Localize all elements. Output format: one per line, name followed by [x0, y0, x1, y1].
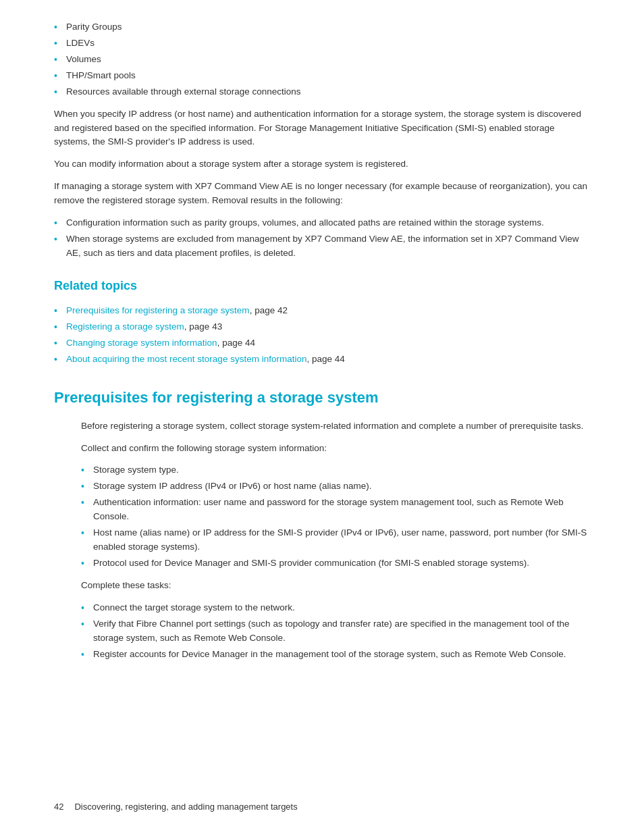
related-topics-heading: Related topics [54, 277, 590, 296]
list-item: Configuration information such as parity… [54, 216, 590, 230]
prereq-content: Before registering a storage system, col… [54, 419, 590, 456]
collect-item-2: Storage system IP address (IPv4 or IPv6)… [81, 479, 590, 494]
removal-bullet-list: Configuration information such as parity… [54, 216, 590, 261]
page-footer: 42 Discovering, registering, and adding … [54, 800, 590, 814]
list-item: Parity Groups [54, 20, 590, 34]
complete-tasks-label: Complete these tasks: [81, 579, 590, 593]
list-item: THP/Smart pools [54, 69, 590, 83]
related-link-item-2: Registering a storage system, page 43 [54, 320, 590, 334]
paragraph-3: If managing a storage system with XP7 Co… [54, 180, 590, 208]
related-link-item-4: About acquiring the most recent storage … [54, 353, 590, 367]
related-link-page-3: page 44 [222, 338, 255, 348]
top-bullet-list: Parity Groups LDEVs Volumes THP/Smart po… [54, 20, 590, 99]
list-item: Resources available through external sto… [54, 85, 590, 99]
page: Parity Groups LDEVs Volumes THP/Smart po… [0, 0, 644, 834]
related-link-page-2: page 43 [189, 321, 222, 332]
task-item-2: Verify that Fibre Channel port settings … [81, 617, 590, 646]
list-item: When storage systems are excluded from m… [54, 232, 590, 261]
complete-tasks-section: Complete these tasks: [54, 579, 590, 593]
related-link-page-1: page 42 [254, 305, 288, 315]
related-topics-list: Prerequisites for registering a storage … [54, 304, 590, 367]
collect-item-4: Host name (alias name) or IP address for… [81, 526, 590, 554]
prereq-para-2: Collect and confirm the following storag… [81, 442, 590, 456]
task-item-3: Register accounts for Device Manager in … [81, 648, 590, 662]
list-item: Volumes [54, 53, 590, 67]
related-link-page-4: page 44 [312, 354, 345, 364]
related-link-4[interactable]: About acquiring the most recent storage … [66, 354, 306, 364]
task-item-1: Connect the target storage system to the… [81, 601, 590, 615]
footer-page-number: 42 [54, 800, 63, 814]
collect-item-5: Protocol used for Device Manager and SMI… [81, 556, 590, 571]
related-link-2[interactable]: Registering a storage system [66, 321, 184, 332]
paragraph-1: When you specify IP address (or host nam… [54, 107, 590, 150]
collect-item-1: Storage system type. [81, 463, 590, 477]
related-link-item-1: Prerequisites for registering a storage … [54, 304, 590, 318]
collect-bullet-list: Storage system type. Storage system IP a… [54, 463, 590, 570]
list-item: LDEVs [54, 36, 590, 51]
prereq-para-1: Before registering a storage system, col… [81, 419, 590, 434]
footer-description: Discovering, registering, and adding man… [74, 800, 297, 814]
tasks-bullet-list: Connect the target storage system to the… [54, 601, 590, 662]
main-section-heading: Prerequisites for registering a storage … [54, 386, 590, 409]
related-link-3[interactable]: Changing storage system information [66, 338, 217, 348]
related-link-item-3: Changing storage system information, pag… [54, 336, 590, 350]
related-link-1[interactable]: Prerequisites for registering a storage … [66, 305, 250, 315]
paragraph-2: You can modify information about a stora… [54, 157, 590, 172]
collect-item-3: Authentication information: user name an… [81, 496, 590, 524]
